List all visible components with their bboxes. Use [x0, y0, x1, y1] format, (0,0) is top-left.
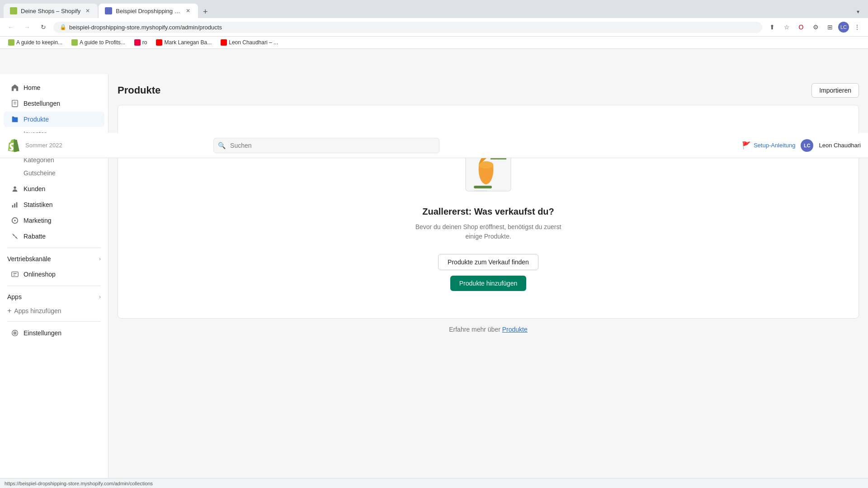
- bookmark-favicon-2: [71, 39, 78, 46]
- bookmark-label-5: Leon Chaudhari – ...: [229, 39, 278, 46]
- bookmark-button[interactable]: ☆: [780, 21, 793, 33]
- address-bar[interactable]: 🔒 beispiel-dropshipping-store.myshopify.…: [53, 22, 762, 33]
- sidebar-item-produkte[interactable]: Produkte: [4, 112, 104, 127]
- svg-point-11: [14, 333, 16, 334]
- bookmark-label-2: A guide to Profits...: [80, 39, 125, 46]
- sidebar-item-home[interactable]: Home: [4, 80, 104, 95]
- tab-favicon-example: [105, 7, 112, 14]
- apps-add-label: Apps hinzufügen: [14, 307, 61, 314]
- add-products-button[interactable]: Produkte hinzufügen: [450, 276, 526, 291]
- add-icon: +: [7, 307, 11, 315]
- sidebar-label-statistiken: Statistiken: [24, 201, 53, 208]
- shopify-logo-icon: [7, 138, 22, 153]
- lock-icon: 🔒: [60, 24, 66, 30]
- status-url: https://beispiel-dropshipping-store.mysh…: [5, 481, 153, 486]
- kunden-icon: [11, 185, 19, 193]
- onlineshop-icon: [11, 270, 19, 278]
- user-avatar[interactable]: LC: [801, 139, 813, 152]
- footer-produkte-link[interactable]: Produkte: [502, 326, 528, 333]
- reload-button[interactable]: ↻: [37, 21, 50, 33]
- marketing-icon: [11, 216, 19, 225]
- apps-label: Apps: [7, 293, 22, 300]
- vertriebskanaele-expand-icon: ›: [99, 256, 101, 262]
- bookmark-label-4: Mark Lanegan Ba...: [164, 39, 212, 46]
- sidebar-label-marketing: Marketing: [24, 217, 51, 224]
- bookmark-favicon-4: [156, 39, 162, 46]
- svg-rect-10: [12, 272, 18, 277]
- svg-point-3: [14, 187, 16, 189]
- bookmark-2[interactable]: A guide to Profits...: [68, 38, 129, 47]
- extension-3[interactable]: ⊞: [824, 21, 836, 33]
- svg-rect-16: [474, 186, 492, 188]
- tab-beispiel[interactable]: Beispiel Dropshipping Store · ... ✕: [99, 4, 198, 18]
- sidebar-section-apps[interactable]: Apps ›: [0, 290, 108, 304]
- bookmark-label-3: ro: [142, 39, 147, 46]
- shopify-logo: Sommer 2022: [7, 138, 62, 153]
- bookmark-1[interactable]: A guide to keepin...: [5, 38, 66, 47]
- search-input[interactable]: [213, 138, 439, 153]
- sidebar-section-vertriebskanaele[interactable]: Vertriebskanäle ›: [0, 252, 108, 266]
- share-button[interactable]: ⬆: [766, 21, 778, 33]
- sidebar-label-bestellungen: Bestellungen: [24, 100, 60, 107]
- profile-avatar[interactable]: LC: [838, 22, 849, 33]
- sidebar-item-einstellungen[interactable]: Einstellungen: [4, 325, 104, 341]
- sidebar-divider-1: [7, 248, 101, 248]
- browser-actions: ⬆ ☆ O ⚙ ⊞ LC ⋮: [766, 21, 863, 33]
- sidebar-item-statistiken[interactable]: Statistiken: [4, 197, 104, 212]
- page-title: Produkte: [118, 84, 160, 96]
- header-search[interactable]: 🔍: [213, 138, 439, 153]
- tab-close-1[interactable]: ✕: [84, 7, 91, 14]
- bookmark-favicon-1: [8, 39, 14, 46]
- bookmark-4[interactable]: Mark Lanegan Ba...: [152, 38, 215, 47]
- menu-button[interactable]: ⋮: [851, 21, 863, 33]
- svg-rect-17: [474, 190, 487, 192]
- avatar-initials: LC: [804, 143, 811, 148]
- sidebar-divider-2: [7, 286, 101, 286]
- sidebar-item-rabatte[interactable]: Rabatte: [4, 229, 104, 244]
- shopify-tagline: Sommer 2022: [25, 142, 62, 149]
- settings-icon: [11, 329, 19, 337]
- sidebar-subitem-gutscheine[interactable]: Gutscheine: [4, 167, 104, 179]
- sidebar-item-marketing[interactable]: Marketing: [4, 213, 104, 228]
- statistiken-icon: [11, 201, 19, 209]
- sidebar-item-bestellungen[interactable]: Bestellungen: [4, 96, 104, 111]
- sidebar-divider-3: [7, 321, 101, 322]
- user-name: Leon Chaudhari: [819, 142, 861, 149]
- bookmark-5[interactable]: Leon Chaudhari – ...: [217, 38, 282, 47]
- setup-label: Setup-Anleitung: [754, 142, 796, 149]
- shopify-header: Sommer 2022 🔍 🚩 Setup-Anleitung LC Leon …: [0, 133, 868, 158]
- svg-rect-6: [16, 202, 18, 208]
- forward-button[interactable]: →: [21, 21, 33, 33]
- sidebar-label-rabatte: Rabatte: [24, 233, 46, 240]
- tab-close-2[interactable]: ✕: [184, 7, 192, 14]
- extension-2[interactable]: ⚙: [809, 21, 822, 33]
- empty-state-description: Bevor du deinen Shop eröffnest, benötigs…: [407, 222, 570, 241]
- bookmark-favicon-5: [221, 39, 227, 46]
- search-icon: 🔍: [218, 142, 226, 149]
- back-button[interactable]: ←: [5, 21, 17, 33]
- page-header: Produkte Importieren: [118, 83, 859, 98]
- svg-point-15: [479, 161, 493, 169]
- sidebar-add-apps[interactable]: + Apps hinzufügen: [0, 304, 108, 318]
- sidebar-label-onlineshop: Onlineshop: [24, 271, 56, 278]
- tab-title-2: Beispiel Dropshipping Store · ...: [116, 8, 181, 14]
- tab-dropdown-button[interactable]: ▾: [852, 5, 864, 18]
- find-products-button[interactable]: Produkte zum Verkauf finden: [438, 254, 538, 270]
- address-text: beispiel-dropshipping-store.myshopify.co…: [69, 24, 756, 31]
- setup-anleitung-button[interactable]: 🚩 Setup-Anleitung: [742, 141, 796, 150]
- produkte-icon: [11, 115, 19, 123]
- rabatte-icon: [11, 232, 19, 240]
- bookmark-label-1: A guide to keepin...: [16, 39, 62, 46]
- svg-point-7: [14, 220, 16, 221]
- bestellungen-icon: [11, 99, 19, 108]
- sidebar-item-kunden[interactable]: Kunden: [4, 181, 104, 197]
- flag-icon: 🚩: [742, 141, 751, 150]
- shopify-app: Sommer 2022 🔍 🚩 Setup-Anleitung LC Leon …: [0, 74, 868, 488]
- svg-rect-4: [12, 205, 14, 207]
- sidebar-item-onlineshop[interactable]: Onlineshop: [4, 267, 104, 282]
- tab-deine-shops[interactable]: Deine Shops – Shopify ✕: [4, 4, 98, 18]
- import-button[interactable]: Importieren: [811, 83, 859, 98]
- extension-opera[interactable]: O: [795, 21, 807, 33]
- bookmark-3[interactable]: ro: [131, 38, 151, 47]
- new-tab-button[interactable]: +: [199, 5, 212, 18]
